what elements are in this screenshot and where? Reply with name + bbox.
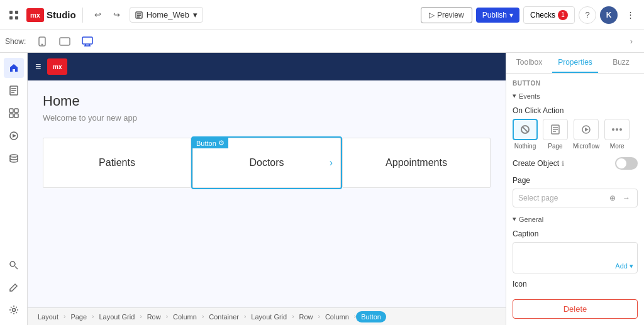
redo-button[interactable]: ↪ bbox=[108, 6, 126, 24]
toggle-knob bbox=[616, 158, 626, 168]
bc-page[interactable]: Page bbox=[65, 311, 92, 322]
svg-line-30 bbox=[523, 127, 528, 132]
tab-toolbox[interactable]: Toolbox bbox=[506, 53, 552, 73]
action-more[interactable]: More bbox=[604, 119, 630, 150]
page-name: Home_Web bbox=[147, 10, 189, 19]
action-page[interactable]: Page bbox=[543, 119, 568, 150]
show-bar: Show: › bbox=[0, 30, 644, 53]
mobile-device-button[interactable] bbox=[33, 33, 51, 50]
sidebar-item-pages[interactable] bbox=[4, 80, 24, 101]
page-edit-icon[interactable]: → bbox=[621, 192, 632, 204]
page-selector[interactable]: Home_Web ▾ bbox=[130, 7, 203, 23]
bc-container[interactable]: Container bbox=[204, 311, 244, 322]
page-select-field[interactable]: Select page ⊕ → bbox=[513, 189, 638, 207]
bc-layout-grid-2[interactable]: Layout Grid bbox=[246, 311, 292, 322]
svg-point-26 bbox=[10, 262, 15, 267]
studio-label: Studio bbox=[47, 9, 76, 20]
help-button[interactable]: ? bbox=[579, 6, 596, 24]
desktop-device-button[interactable] bbox=[79, 33, 96, 50]
scroll-right-button[interactable]: › bbox=[624, 34, 639, 49]
patients-label: Patients bbox=[99, 157, 135, 168]
doctors-label: Doctors bbox=[249, 157, 284, 168]
svg-point-39 bbox=[619, 128, 622, 131]
svg-rect-19 bbox=[9, 109, 13, 113]
page-add-icon[interactable]: ⊕ bbox=[607, 192, 618, 204]
sidebar-item-widgets[interactable] bbox=[4, 103, 24, 123]
bc-row-1[interactable]: Row bbox=[142, 311, 166, 322]
publish-button[interactable]: Publish ▾ bbox=[476, 8, 519, 23]
icon-field-label: Icon bbox=[513, 280, 638, 289]
general-collapse[interactable]: ▾ General bbox=[513, 215, 638, 223]
bc-column-1[interactable]: Column bbox=[168, 311, 202, 322]
page-subtitle: Welcome to your new app bbox=[43, 113, 491, 123]
tab-buzz[interactable]: Buzz bbox=[598, 53, 644, 73]
sidebar-item-settings[interactable] bbox=[4, 300, 24, 320]
sidebar-item-microflows[interactable] bbox=[4, 126, 24, 146]
action-nothing[interactable]: Nothing bbox=[513, 119, 538, 150]
general-chevron-icon: ▾ bbox=[513, 215, 516, 223]
app-logo: mx bbox=[47, 58, 67, 75]
svg-rect-1 bbox=[15, 11, 18, 14]
svg-rect-11 bbox=[82, 37, 92, 44]
patients-card[interactable]: Patients bbox=[43, 138, 191, 188]
publish-dropdown-icon: ▾ bbox=[509, 11, 513, 19]
right-panel: Toolbox Properties Buzz BUTTON ▾ Events … bbox=[506, 53, 644, 325]
avatar[interactable]: K bbox=[600, 6, 618, 24]
sidebar-item-edit[interactable] bbox=[4, 277, 24, 297]
create-object-toggle[interactable] bbox=[615, 157, 638, 170]
preview-label: Preview bbox=[437, 11, 464, 19]
svg-rect-2 bbox=[9, 16, 13, 19]
page-icon-box bbox=[543, 119, 568, 140]
bc-layout-grid-1[interactable]: Layout Grid bbox=[94, 311, 140, 322]
preview-button[interactable]: ▷ Preview bbox=[421, 7, 472, 23]
tab-properties[interactable]: Properties bbox=[552, 53, 598, 73]
button-overlay-label: Button bbox=[196, 140, 216, 147]
button-overlay[interactable]: Button ⚙ bbox=[192, 138, 228, 148]
appointments-card[interactable]: Appointments bbox=[342, 138, 491, 188]
svg-rect-10 bbox=[60, 38, 70, 45]
bc-button[interactable]: Button bbox=[356, 311, 386, 322]
caption-add-button[interactable]: Add ▾ bbox=[615, 262, 633, 270]
svg-point-25 bbox=[10, 155, 18, 157]
apps-button[interactable] bbox=[5, 6, 23, 24]
caption-field[interactable]: Add ▾ bbox=[513, 242, 638, 273]
more-action-label: More bbox=[610, 143, 625, 150]
bc-layout[interactable]: Layout bbox=[33, 311, 64, 322]
button-gear-icon[interactable]: ⚙ bbox=[218, 139, 225, 147]
hamburger-menu[interactable]: ≡ bbox=[35, 61, 41, 72]
tablet-device-button[interactable] bbox=[56, 33, 74, 50]
create-object-label: Create Object bbox=[513, 159, 559, 168]
more-icon-box bbox=[604, 119, 630, 140]
mx-logo-box: mx bbox=[26, 8, 44, 22]
bc-row-2[interactable]: Row bbox=[294, 311, 318, 322]
general-label: General bbox=[519, 216, 543, 223]
sidebar-item-home[interactable] bbox=[4, 58, 24, 78]
bc-column-2[interactable]: Column bbox=[320, 311, 354, 322]
action-microflow[interactable]: Microflow bbox=[573, 119, 599, 150]
page-select-placeholder: Select page bbox=[518, 194, 604, 202]
delete-button[interactable]: Delete bbox=[513, 299, 638, 319]
action-icons-group: Nothing Page bbox=[513, 119, 638, 150]
doctors-card[interactable]: Button ⚙ Doctors › bbox=[192, 138, 341, 188]
events-collapse[interactable]: ▾ Events bbox=[513, 92, 638, 100]
sidebar-item-data[interactable] bbox=[4, 148, 24, 168]
svg-marker-36 bbox=[585, 128, 589, 131]
svg-line-27 bbox=[15, 267, 18, 269]
microflow-icon-box bbox=[574, 119, 599, 140]
microflow-label: Microflow bbox=[573, 143, 599, 150]
sidebar-item-search[interactable] bbox=[4, 255, 24, 275]
preview-icon: ▷ bbox=[429, 11, 435, 19]
onclick-label: On Click Action bbox=[513, 106, 638, 115]
events-label: Events bbox=[519, 92, 540, 100]
create-object-info-icon[interactable]: ℹ bbox=[562, 160, 564, 168]
studio-logo: mx Studio bbox=[26, 8, 76, 22]
undo-redo-group: ↩ ↪ bbox=[89, 6, 126, 24]
checks-button[interactable]: Checks 1 bbox=[523, 6, 575, 24]
svg-point-38 bbox=[616, 128, 618, 131]
right-panel-tabs: Toolbox Properties Buzz bbox=[506, 53, 644, 74]
more-button[interactable]: ⋮ bbox=[621, 6, 639, 24]
panel-section-title: BUTTON bbox=[513, 80, 638, 87]
undo-button[interactable]: ↩ bbox=[89, 6, 107, 24]
cards-row: Patients Button ⚙ Doctors › Appointments bbox=[43, 138, 491, 188]
show-label: Show: bbox=[5, 37, 26, 46]
